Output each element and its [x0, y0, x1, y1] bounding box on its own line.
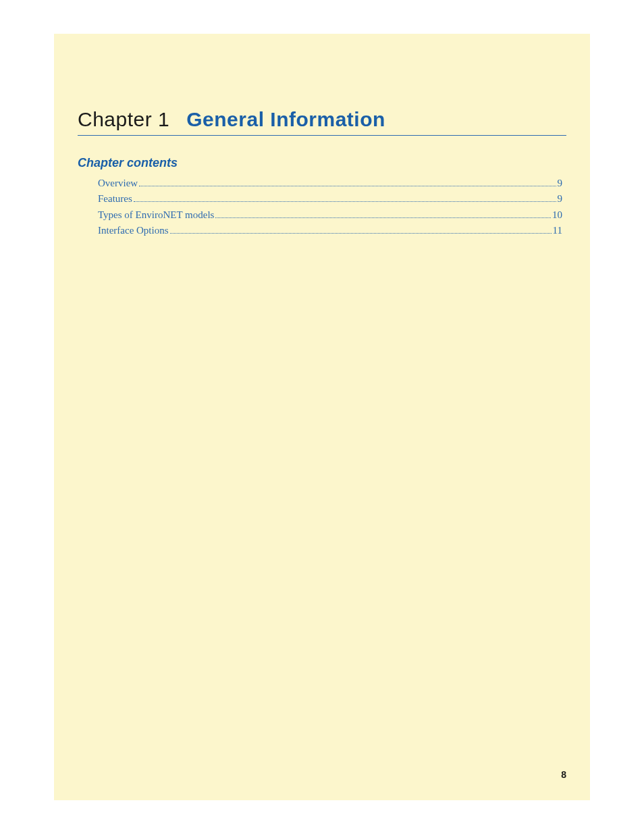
toc-entry[interactable]: Features 9: [98, 191, 562, 207]
chapter-heading: Chapter 1 General Information: [78, 108, 566, 136]
toc-entry-page: 9: [558, 176, 563, 191]
toc-leader: [134, 201, 556, 202]
table-of-contents: Overview 9 Features 9 Types of EnviroNET…: [78, 176, 566, 238]
chapter-label: Chapter 1: [78, 108, 169, 131]
toc-entry[interactable]: Interface Options 11: [98, 223, 562, 238]
toc-entry-title: Types of EnviroNET models: [98, 207, 214, 223]
page-number: 8: [561, 769, 566, 780]
document-page: Chapter 1 General Information Chapter co…: [54, 34, 590, 800]
toc-entry-page: 9: [558, 191, 563, 207]
toc-entry-page: 10: [552, 207, 562, 223]
toc-entry-title: Interface Options: [98, 223, 169, 238]
contents-heading: Chapter contents: [78, 156, 566, 170]
toc-leader: [215, 217, 551, 218]
toc-leader: [170, 233, 552, 234]
toc-entry-title: Features: [98, 191, 132, 207]
toc-leader: [139, 186, 556, 186]
toc-entry[interactable]: Overview 9: [98, 176, 562, 191]
toc-entry[interactable]: Types of EnviroNET models 10: [98, 207, 562, 223]
chapter-title: General Information: [186, 108, 385, 131]
toc-entry-page: 11: [553, 223, 562, 238]
toc-entry-title: Overview: [98, 176, 138, 191]
